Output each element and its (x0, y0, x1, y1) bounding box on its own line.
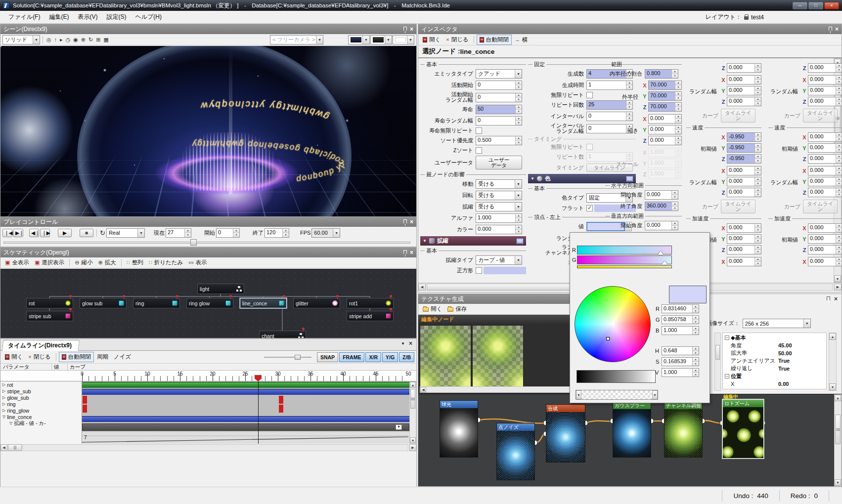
close-icon[interactable]: × (835, 27, 839, 32)
value-field[interactable]: 0.000▲▼ (808, 154, 842, 164)
value-field[interactable]: 0.000▲▼ (727, 63, 761, 73)
value-field[interactable]: 0.000▲▼ (808, 75, 842, 84)
timeline-horizontal-scrollbar[interactable]: ◀ ▶ (0, 444, 416, 452)
expand-icon[interactable]: ▷ (2, 389, 5, 393)
checkbox[interactable] (586, 205, 593, 211)
tree-row-glow_sub[interactable]: ▷glow_sub (0, 394, 82, 401)
value-field[interactable]: 0.000▲▼ (727, 97, 761, 106)
value-field[interactable]: -0.950▲▼ (727, 154, 761, 164)
g-value-field[interactable]: 0.850758▲▼ (662, 315, 699, 324)
dropdown[interactable]: 受ける▼ (476, 202, 522, 211)
pin-icon[interactable] (403, 27, 407, 31)
rotate-icon[interactable]: ↻ (89, 37, 93, 42)
value-field[interactable]: 0.000▲▼ (808, 177, 842, 186)
schematic-node-light[interactable]: light (197, 284, 244, 294)
spinner[interactable]: ▲▼ (515, 117, 522, 125)
play-button[interactable]: ▶ (58, 229, 72, 237)
property-row-拡大率[interactable]: 拡大率50.00 (725, 349, 824, 357)
spinner[interactable]: ▲▼ (515, 93, 522, 102)
texture-node-graph[interactable]: ▲ ▼ 球光点ノイズ合成ガウスブラーチャンネル調整編集中ロトズーム (418, 394, 842, 486)
spinner[interactable]: ▲▼ (754, 86, 761, 95)
value-field[interactable]: 1.000▲▼ (648, 148, 682, 157)
note-icon[interactable] (516, 238, 524, 244)
spinner[interactable]: ▲▼ (836, 86, 842, 95)
value-field[interactable]: 360.000▲▼ (645, 202, 678, 211)
value-field[interactable]: 0.000▲▼ (648, 136, 682, 145)
spinner[interactable]: ▲▼ (675, 115, 681, 123)
schematic-node-rot[interactable]: rot (26, 298, 73, 308)
collapse-icon[interactable]: − (725, 374, 729, 378)
tool-開く[interactable]: 開く (420, 35, 443, 44)
property-grid-scrollbar[interactable]: ▲ ▼ (829, 333, 837, 391)
texture-node-合成[interactable]: 合成 (546, 404, 585, 462)
target-icon[interactable]: ◉ (73, 37, 78, 42)
mode-button-FRAME[interactable]: FRAME (339, 352, 364, 362)
section-header-拡縮[interactable]: ▼拡縮 (420, 236, 526, 246)
value-field[interactable]: 0.000▲▼ (808, 86, 842, 95)
tool-拡大[interactable]: ⊕拡大 (96, 258, 119, 267)
r-gradient-slider[interactable] (577, 246, 672, 254)
mode-button-X/R[interactable]: X/R (365, 352, 381, 362)
property-row-角度[interactable]: 角度45.00 (725, 342, 824, 350)
value-field[interactable]: 0.000▲▼ (808, 223, 842, 233)
button-カーブ[interactable]: タイムライン (803, 200, 838, 213)
value-field[interactable]: 0.000▲▼ (648, 125, 682, 134)
spinner[interactable]: ▲▼ (836, 257, 842, 266)
close-icon[interactable]: × (410, 219, 413, 224)
mode-button-Y/G[interactable]: Y/G (382, 352, 398, 362)
texture-node-ガウスブラー[interactable]: ガウスブラー (613, 401, 651, 458)
expand-icon[interactable]: ▽ (9, 421, 12, 425)
loop-icon[interactable]: ↻ (100, 230, 105, 236)
spinner[interactable]: ▲▼ (675, 92, 681, 100)
spinner[interactable]: ▲▼ (671, 202, 678, 210)
track-bar-blue[interactable] (82, 389, 409, 395)
tool-表示[interactable]: ▭表示 (186, 258, 209, 267)
value-field[interactable]: 0▲▼ (476, 81, 522, 90)
fit-icon[interactable]: ⊞ (96, 37, 100, 42)
value-field[interactable]: 0.000▲▼ (727, 234, 761, 244)
current-frame-field[interactable]: 27▲▼ (166, 228, 191, 238)
grid-color-dropdown[interactable]: ▼ (370, 35, 392, 44)
stop-button[interactable]: ■ (80, 229, 93, 237)
tree-row-拡縮 - 値 - カ-[interactable]: ▽拡縮 - 値 - カ- (0, 420, 82, 426)
value-field[interactable]: -0.950▲▼ (727, 132, 761, 142)
v-value-field[interactable]: 1.000▲▼ (662, 368, 699, 377)
value-field[interactable]: 1.000▲▼ (476, 213, 522, 223)
tool-閉じる[interactable]: ×閉じる (443, 35, 471, 44)
go-start-button[interactable]: ❘◀ (2, 229, 12, 237)
value-field[interactable]: 0.000▲▼ (808, 188, 842, 197)
value-field[interactable]: 70.000▲▼ (648, 91, 682, 101)
button-カーブ[interactable]: タイムライン (721, 109, 755, 123)
b-gradient-slider[interactable] (577, 265, 672, 268)
value-field[interactable]: 0▲▼ (476, 116, 522, 126)
timeline-ruler[interactable]: 05101520253035404550 (0, 371, 416, 381)
menu-item-2[interactable]: 表示(V) (73, 12, 102, 21)
pin-icon[interactable] (403, 250, 407, 254)
expand-icon[interactable]: ▷ (2, 382, 5, 387)
spinner[interactable]: ▲▼ (836, 97, 842, 106)
tool-開く[interactable]: 開く (420, 304, 444, 314)
menu-item-4[interactable]: ヘルプ(H) (131, 12, 166, 21)
spinner[interactable]: ▲▼ (754, 235, 761, 243)
tool-保存[interactable]: 保存 (445, 304, 469, 314)
mode-button-SNAP[interactable]: SNAP (317, 352, 338, 362)
grid-icon[interactable]: ▦ (104, 37, 109, 42)
pin-icon[interactable] (829, 27, 832, 31)
top-view-icon[interactable]: ↑ (54, 37, 57, 42)
value-field[interactable]: 1.000▲▼ (648, 159, 682, 168)
value-field[interactable]: 0.000▲▼ (808, 63, 842, 73)
tool-整列[interactable]: ∷整列 (124, 258, 146, 267)
mode-button-Z/B[interactable]: Z/B (399, 352, 414, 362)
property-row-X[interactable]: X0.00 (725, 380, 824, 388)
collapse-icon[interactable]: − (725, 336, 729, 340)
value-field[interactable]: -0.950▲▼ (727, 143, 761, 153)
spinner[interactable]: ▲▼ (675, 103, 681, 111)
dropdown[interactable]: カーブ - 値▼ (476, 255, 522, 265)
play-icon[interactable]: ▸ (60, 37, 63, 42)
spinner[interactable]: ▲▼ (754, 64, 761, 72)
tool-縮小[interactable]: ⊖縮小 (72, 258, 95, 267)
tool-自動開閉[interactable]: 自動開閉 (59, 352, 94, 362)
spinner[interactable]: ▲▼ (515, 136, 522, 145)
color-wheel-marker[interactable] (606, 337, 610, 340)
spinner[interactable]: ▲▼ (836, 177, 842, 186)
